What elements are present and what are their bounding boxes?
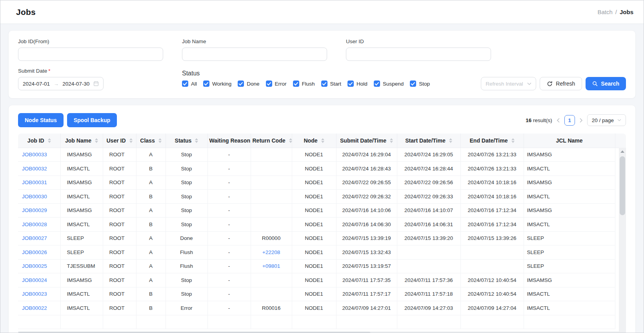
job-id-link[interactable]: JOB00024 [22, 277, 47, 283]
cell-return-code: R00016 [251, 301, 292, 315]
job-id-link[interactable]: JOB00022 [22, 305, 47, 311]
column-header-user-id[interactable]: User ID [103, 134, 136, 148]
cell-jcl: IMSACTL [524, 218, 615, 232]
cell-user-id: ROOT [103, 148, 136, 162]
cell-class: A [136, 273, 166, 287]
refresh-interval-select[interactable]: Refresh Interval [481, 77, 536, 90]
cell-start: 2024/07/24 16:28:44 [397, 162, 460, 176]
job-id-link[interactable]: JOB00031 [22, 179, 47, 185]
cell-end: 2024/07/24 10:18:16 [460, 176, 524, 190]
column-header-start-date-time[interactable]: Start Date/Time [397, 134, 460, 148]
column-header-class[interactable]: Class [136, 134, 166, 148]
cell-return-code [251, 190, 292, 204]
job-id-link[interactable]: JOB00028 [22, 221, 47, 227]
next-page-button[interactable] [579, 118, 583, 123]
jobs-table: Job IDJob NameUser IDClassStatusWaiting … [18, 134, 626, 329]
cell-waiting-reason: - [207, 190, 251, 204]
cell-jcl: SLEEP [524, 231, 615, 245]
date-from-value[interactable]: 2024-07-01 [23, 81, 50, 87]
job-id-input[interactable] [18, 48, 163, 61]
job-id-link[interactable]: JOB00027 [22, 235, 47, 241]
column-header-end-date-time[interactable]: End Date/Time [460, 134, 524, 148]
cell-end: 2024/07/12 10:40:54 [460, 273, 524, 287]
cell-waiting-reason: - [207, 203, 251, 218]
status-checkbox-all[interactable]: All [182, 81, 197, 87]
column-header-return-code[interactable]: Return Code [251, 134, 292, 148]
cell-status: Done [166, 231, 207, 245]
user-id-field: User ID [346, 38, 491, 61]
search-button[interactable]: Search [586, 77, 626, 90]
date-to-value[interactable]: 2024-07-30 [62, 81, 89, 87]
cell-class: A [136, 148, 166, 162]
checkbox-label: Error [275, 81, 287, 87]
checkbox-label: Flush [302, 81, 315, 87]
cell-jcl: SLEEP [524, 245, 615, 260]
cell-submit: 2024/07/15 13:39:19 [336, 231, 397, 245]
table-row: JOB00033IMSAMSGROOTAStop-NODE12024/07/24… [18, 148, 626, 162]
cell-submit: 2024/07/22 09:26:55 [336, 176, 397, 190]
jobs-table-container: Job IDJob NameUser IDClassStatusWaiting … [18, 134, 626, 333]
job-id-link[interactable]: JOB00032 [22, 166, 47, 172]
job-id-link[interactable]: JOB00025 [22, 263, 47, 269]
table-row: JOB00027SLEEPROOTADone-R00000NODE12024/0… [18, 231, 626, 245]
return-code-link[interactable]: +09801 [262, 263, 280, 269]
table-row: JOB00032IMSACTLROOTBStop-NODE12024/07/24… [18, 162, 626, 176]
cell-node: NODE1 [292, 203, 336, 218]
user-id-input[interactable] [346, 48, 491, 61]
results-panel: Node Status Spool Backup 16 result(s) 1 [8, 105, 636, 333]
vertical-scrollbar-thumb[interactable] [620, 156, 625, 215]
column-header-submit-date-time[interactable]: Submit Date/Time [336, 134, 397, 148]
page-number-button[interactable]: 1 [564, 115, 575, 126]
breadcrumb: Batch / Jobs [597, 9, 633, 15]
job-id-link[interactable]: JOB00029 [22, 207, 47, 213]
job-id-link[interactable]: JOB00026 [22, 249, 47, 255]
refresh-interval-placeholder: Refresh Interval [486, 81, 523, 87]
breadcrumb-item-batch[interactable]: Batch [597, 9, 612, 15]
spool-backup-button[interactable]: Spool Backup [67, 113, 117, 127]
job-id-link[interactable]: JOB00030 [22, 194, 47, 199]
horizontal-scrollbar[interactable] [18, 331, 626, 333]
cell-submit: 2024/07/22 09:26:32 [336, 190, 397, 204]
breadcrumb-separator: / [615, 9, 617, 15]
status-checkbox-error[interactable]: Error [266, 81, 287, 87]
status-checkbox-working[interactable]: Working [203, 81, 231, 87]
status-checkbox-flush[interactable]: Flush [293, 81, 315, 87]
status-checkbox-start[interactable]: Start [321, 81, 342, 87]
node-status-button[interactable]: Node Status [18, 113, 64, 127]
chevron-left-icon [557, 118, 560, 123]
cell-job-name: IMSACTL [60, 162, 103, 176]
status-checkbox-suspend[interactable]: Suspend [374, 81, 404, 87]
return-code-link[interactable]: +22208 [262, 249, 280, 255]
job-id-link[interactable]: JOB00033 [22, 152, 47, 157]
scroll-up-arrow-icon[interactable] [620, 150, 624, 153]
column-header-status[interactable]: Status [166, 134, 207, 148]
jobs-page: Jobs Batch / Jobs Job ID(From) Job Name … [0, 0, 644, 333]
cell-submit: 2024/07/16 14:06:30 [336, 218, 397, 232]
cell-class: A [136, 231, 166, 245]
checkbox-label: Start [330, 81, 342, 87]
cell-return-code [251, 203, 292, 218]
cell-job-name: IMSAMSG [60, 148, 103, 162]
cell-job-name: IMSACTL [60, 287, 103, 301]
column-header-job-id[interactable]: Job ID [18, 134, 60, 148]
chevron-right-icon [579, 118, 583, 123]
cell-node: NODE1 [292, 176, 336, 190]
page-size-select[interactable]: 20 / page [587, 114, 626, 126]
column-header-job-name[interactable]: Job Name [60, 134, 103, 148]
job-id-link[interactable]: JOB00023 [22, 291, 47, 297]
status-checkbox-group: AllWorkingDoneErrorFlushStartHoldSuspend… [182, 77, 430, 90]
status-checkbox-stop[interactable]: Stop [410, 81, 430, 87]
job-name-input[interactable] [182, 48, 327, 61]
cell-user-id: ROOT [103, 273, 136, 287]
status-checkbox-done[interactable]: Done [238, 81, 259, 87]
cell-status: Stop [166, 273, 207, 287]
status-checkbox-hold[interactable]: Hold [347, 81, 367, 87]
cell-waiting-reason: - [207, 231, 251, 245]
prev-page-button[interactable] [557, 118, 560, 123]
refresh-button[interactable]: Refresh [540, 77, 582, 90]
cell-end [460, 259, 524, 273]
column-header-node[interactable]: Node [292, 134, 336, 148]
vertical-scrollbar[interactable] [619, 148, 626, 331]
cell-node: NODE1 [292, 273, 336, 287]
submit-date-range-picker[interactable]: 2024-07-01 → 2024-07-30 [18, 77, 104, 90]
